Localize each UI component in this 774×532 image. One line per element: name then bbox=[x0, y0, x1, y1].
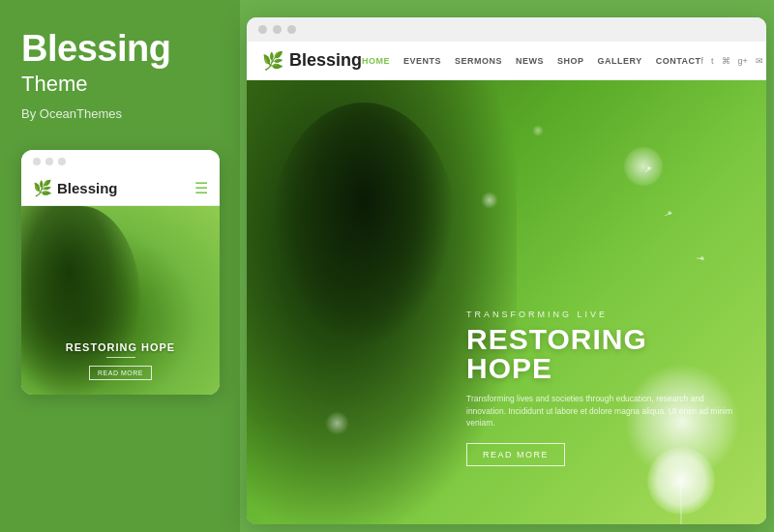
nav-link-shop[interactable]: SHOP bbox=[557, 56, 584, 66]
nav-link-events[interactable]: EVENTS bbox=[403, 56, 441, 66]
desktop-nav: 🌿 Blessing HOME EVENTS SERMONS NEWS SHOP… bbox=[247, 42, 766, 80]
desktop-window-bar bbox=[247, 17, 766, 42]
theme-title: Blessing bbox=[21, 29, 219, 70]
mobile-logo-area: 🌿 Blessing bbox=[33, 179, 118, 197]
mobile-dot-1 bbox=[33, 158, 41, 165]
theme-subtitle: Theme bbox=[21, 72, 219, 97]
mobile-hero-divider bbox=[106, 357, 135, 358]
hero-main-title: RESTORING HOPE bbox=[466, 325, 737, 383]
nav-link-home[interactable]: HOME bbox=[362, 56, 390, 66]
hero-overline: TRANSFORMING LIVE bbox=[466, 310, 737, 319]
theme-author: By OceanThemes bbox=[21, 106, 219, 121]
mobile-dot-3 bbox=[58, 158, 66, 165]
desktop-logo-area: 🌿 Blessing bbox=[262, 50, 362, 72]
left-panel: Blessing Theme By OceanThemes 🌿 Blessing… bbox=[0, 0, 240, 532]
desktop-read-more-button[interactable]: READ MORE bbox=[466, 443, 565, 466]
desktop-nav-links: HOME EVENTS SERMONS NEWS SHOP GALLERY CO… bbox=[362, 56, 701, 66]
mobile-window-bar bbox=[21, 150, 220, 171]
desktop-hero: TRANSFORMING LIVE RESTORING HOPE Transfo… bbox=[247, 80, 766, 524]
hero-description: Transforming lives and societies through… bbox=[466, 393, 737, 429]
mobile-hero-title: RESTORING HOPE bbox=[21, 341, 220, 353]
bokeh-circle-medium bbox=[624, 147, 663, 186]
desktop-mockup: 🌿 Blessing HOME EVENTS SERMONS NEWS SHOP… bbox=[247, 17, 766, 524]
mobile-dot-2 bbox=[45, 158, 53, 165]
mobile-nav: 🌿 Blessing ☰ bbox=[21, 171, 220, 206]
mobile-hero: RESTORING HOPE READ MORE bbox=[21, 206, 220, 395]
twitter-icon[interactable]: t bbox=[711, 56, 714, 66]
email-icon[interactable]: ✉ bbox=[756, 56, 763, 66]
nav-link-sermons[interactable]: SERMONS bbox=[455, 56, 502, 66]
desktop-dot-1 bbox=[258, 25, 267, 34]
desktop-dot-3 bbox=[287, 25, 296, 34]
mobile-logo-icon: 🌿 bbox=[33, 179, 52, 197]
mobile-logo-text: Blessing bbox=[57, 180, 118, 196]
mobile-mockup: 🌿 Blessing ☰ RESTORING HOPE READ MORE bbox=[21, 150, 220, 395]
desktop-logo-text: Blessing bbox=[289, 50, 362, 71]
nav-link-contact[interactable]: CONTACT bbox=[656, 56, 701, 66]
mobile-hamburger-icon[interactable]: ☰ bbox=[194, 179, 208, 197]
mobile-read-more-button[interactable]: READ MORE bbox=[89, 366, 152, 380]
mobile-hero-overlay: RESTORING HOPE READ MORE bbox=[21, 341, 220, 380]
rss-icon[interactable]: ⌘ bbox=[722, 56, 730, 66]
googleplus-icon[interactable]: g+ bbox=[738, 56, 748, 66]
nav-link-gallery[interactable]: GALLERY bbox=[598, 56, 642, 66]
desktop-logo-icon: 🌿 bbox=[262, 50, 283, 72]
bokeh-circle-small bbox=[325, 411, 349, 435]
nav-link-news[interactable]: NEWS bbox=[516, 56, 544, 66]
facebook-icon[interactable]: f bbox=[701, 56, 704, 66]
desktop-hero-content: TRANSFORMING LIVE RESTORING HOPE Transfo… bbox=[466, 310, 737, 466]
desktop-social-links: f t ⌘ g+ ✉ bbox=[701, 56, 763, 66]
desktop-dot-2 bbox=[273, 25, 282, 34]
